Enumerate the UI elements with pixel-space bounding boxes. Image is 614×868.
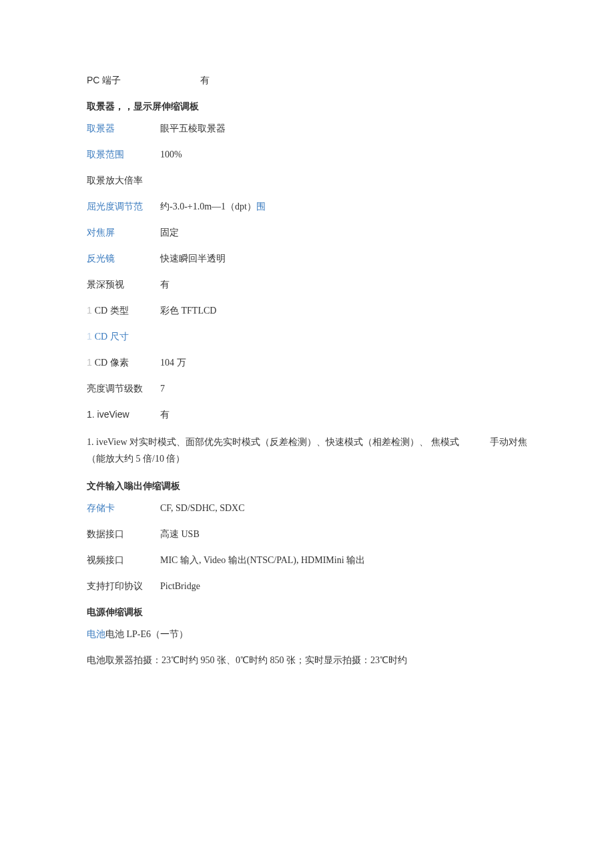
io-row: 支持打印协议PictBridge [87,579,527,593]
spec-value: 7 [160,382,527,396]
pc-terminal-label: PC 端子 [87,73,160,87]
section-viewfinder-title: 取景器，，显示屏伸缩调板 [87,99,527,113]
spec-row: 亮度调节级数7 [87,382,527,396]
spec-label: 反光镜 [87,252,160,266]
io-row: 存储卡CF, SD/SDHC, SDXC [87,501,527,515]
spec-value: 有 [160,278,527,292]
spec-label: 取景放大倍率 [87,173,160,187]
battery-label: 电池 [87,629,105,639]
section-io-title: 文件输入嗡出伸缩调板 [87,479,527,493]
spec-label: 屈光度调节范 [87,199,160,213]
io-value: CF, SD/SDHC, SDXC [160,501,527,515]
liveview-para-cont: （能放大约 5 倍/10 倍） [87,450,527,467]
spec-row: 取景放大倍率 [87,173,527,187]
battery-detail: 电池取景器拍摄：23℃时约 950 张、0℃时约 850 张；实时显示拍摄：23… [87,653,527,667]
spec-label: 1 CD 像素 [87,356,160,370]
spec-value: 彩色 TFTLCD [160,304,527,318]
io-label: 支持打印协议 [87,579,160,593]
spec-value: 固定 [160,226,527,240]
spec-label: 1 CD 类型 [87,304,160,318]
spec-label: 对焦屏 [87,226,160,240]
spec-label: 景深预视 [87,278,160,292]
battery-line: 电池电池 LP-E6（一节） [87,627,527,641]
spec-row: 反光镜快速瞬回半透明 [87,252,527,266]
battery-value: 电池 LP-E6（一节） [105,629,188,639]
spec-label: 1 CD 尺寸 [87,330,160,344]
io-label: 数据接口 [87,527,160,541]
liveview-para-main: 1. iveView 对实时模式、面部优先实时模式（反差检测）、快速模式（相差检… [87,434,459,450]
spec-row: 1 CD 像素104 万 [87,356,527,370]
io-label: 视频接口 [87,553,160,567]
spec-row: 1 CD 尺寸 [87,330,527,344]
spec-row: 1 CD 类型彩色 TFTLCD [87,304,527,318]
io-row: 视频接口MIC 输入, Video 输出(NTSC/PAL), HDMIMini… [87,553,527,567]
io-value: 高速 USB [160,527,527,541]
spec-row: 屈光度调节范约-3.0-+1.0m—1（dpt）围 [87,199,527,213]
section-power-title: 电源伸缩调板 [87,605,527,619]
spec-value: 100% [160,147,527,161]
spec-value: 104 万 [160,356,527,370]
spec-row: 景深预视有 [87,278,527,292]
spec-row: 取景器眼平五棱取景器 [87,121,527,135]
spec-value: 约-3.0-+1.0m—1（dpt）围 [160,199,527,213]
spec-value: 快速瞬回半透明 [160,252,527,266]
liveview-paragraph: 1. iveView 对实时模式、面部优先实时模式（反差检测）、快速模式（相差检… [87,434,527,467]
io-label: 存储卡 [87,501,160,515]
spec-label: 取景范围 [87,147,160,161]
liveview-value: 有 [160,408,527,422]
liveview-row: 1. iveView 有 [87,408,527,422]
io-row: 数据接口高速 USB [87,527,527,541]
spec-value: 眼平五棱取景器 [160,121,527,135]
spec-row: 对焦屏固定 [87,226,527,240]
spec-label: 亮度调节级数 [87,382,160,396]
spec-row: 取景范围100% [87,147,527,161]
liveview-para-right: 手动对焦 [490,434,527,450]
spec-label: 取景器 [87,121,160,135]
io-value: PictBridge [160,579,527,593]
io-value: MIC 输入, Video 输出(NTSC/PAL), HDMIMini 输出 [160,553,527,567]
pc-terminal-value: 有 [200,73,527,87]
liveview-label: 1. iveView [87,408,160,422]
pc-terminal-row: PC 端子 有 [87,73,527,87]
